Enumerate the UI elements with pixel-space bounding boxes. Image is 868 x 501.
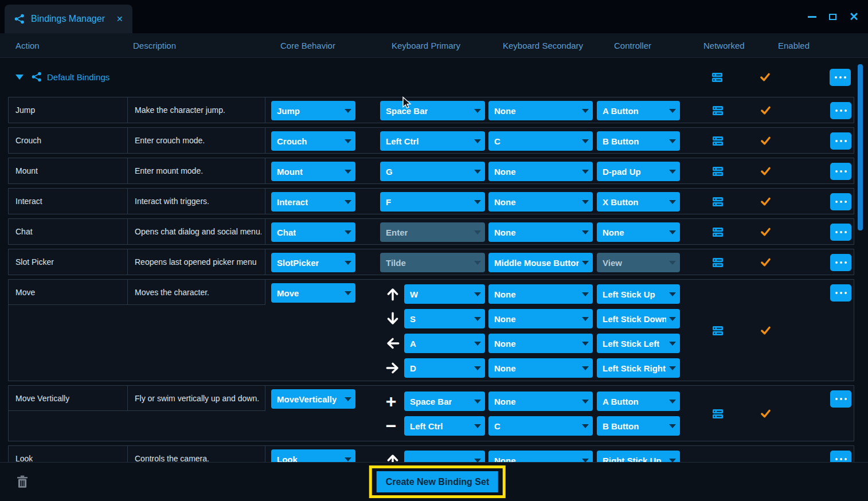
core-behavior-dropdown[interactable]: Move	[271, 283, 355, 303]
controller-dropdown[interactable]: A Button	[597, 101, 680, 120]
enabled-checkbox[interactable]	[760, 105, 771, 116]
keyboard-primary-dropdown[interactable]: Space Bar	[404, 392, 485, 411]
description-field[interactable]: Moves the character.	[128, 280, 265, 305]
keyboard-secondary-dropdown[interactable]: None	[488, 192, 593, 212]
keyboard-secondary-dropdown[interactable]: C	[488, 416, 593, 436]
keyboard-primary-dropdown[interactable]: Space Bar	[380, 101, 485, 120]
networked-icon[interactable]	[712, 226, 724, 238]
core-behavior-dropdown[interactable]: Crouch	[271, 131, 355, 151]
networked-icon[interactable]	[712, 166, 724, 177]
keyboard-primary-dropdown[interactable]: A	[404, 334, 485, 353]
action-field[interactable]: Mount	[9, 158, 128, 183]
controller-dropdown[interactable]: X Button	[597, 192, 680, 212]
core-behavior-dropdown[interactable]: Interact	[271, 192, 355, 212]
core-behavior-dropdown[interactable]: Jump	[271, 101, 355, 120]
tab-close-icon[interactable]: ✕	[116, 14, 123, 24]
close-icon[interactable]: ✕	[849, 11, 859, 22]
action-field[interactable]: Look	[9, 446, 128, 462]
keyboard-primary-dropdown[interactable]: Left Ctrl	[404, 416, 485, 436]
trash-icon[interactable]	[16, 475, 29, 489]
more-options-button[interactable]	[830, 132, 851, 150]
networked-icon[interactable]	[712, 105, 724, 116]
more-options-button[interactable]	[830, 284, 851, 302]
controller-dropdown[interactable]: None	[597, 222, 680, 242]
keyboard-secondary-dropdown[interactable]: None	[488, 392, 593, 411]
networked-icon[interactable]	[712, 257, 724, 268]
tab-bindings-manager[interactable]: Bindings Manager ✕	[5, 5, 132, 33]
more-options-button[interactable]	[830, 193, 851, 210]
keyboard-secondary-dropdown[interactable]: C	[488, 131, 593, 151]
controller-dropdown[interactable]: Right Stick Up	[597, 451, 680, 462]
action-field[interactable]: Jump	[9, 97, 128, 123]
keyboard-secondary-dropdown[interactable]: None	[488, 334, 593, 353]
description-field[interactable]: Enter crouch mode.	[128, 128, 265, 153]
action-field[interactable]: Move	[9, 280, 128, 305]
core-behavior-dropdown[interactable]: Look	[271, 449, 355, 462]
keyboard-primary-dropdown[interactable]: D	[404, 358, 485, 378]
maximize-icon[interactable]	[829, 14, 836, 20]
keyboard-primary-dropdown[interactable]: Left Ctrl	[380, 131, 485, 151]
controller-dropdown[interactable]: B Button	[597, 131, 680, 151]
controller-dropdown[interactable]: Left Stick Up	[597, 284, 680, 304]
collapse-arrow-icon[interactable]	[15, 75, 24, 80]
networked-icon[interactable]	[712, 135, 724, 147]
more-options-button[interactable]	[830, 224, 851, 241]
action-field[interactable]: Slot Picker	[9, 249, 128, 275]
keyboard-secondary-dropdown[interactable]: None	[488, 284, 593, 304]
description-field[interactable]: Interact with triggers.	[128, 189, 265, 214]
core-behavior-dropdown[interactable]: Mount	[271, 162, 355, 181]
description-field[interactable]: Opens chat dialog and social menu.	[128, 219, 265, 244]
keyboard-secondary-dropdown[interactable]: None	[488, 451, 593, 462]
keyboard-primary-dropdown[interactable]: G	[380, 162, 485, 181]
keyboard-secondary-dropdown[interactable]: Middle Mouse Button	[488, 253, 593, 272]
enabled-checkbox[interactable]	[760, 408, 771, 419]
more-options-button[interactable]	[830, 451, 851, 462]
enabled-checkbox[interactable]	[760, 196, 771, 207]
enabled-checkbox[interactable]	[760, 226, 771, 237]
action-field[interactable]: Crouch	[9, 128, 128, 153]
controller-dropdown[interactable]: B Button	[597, 416, 680, 436]
more-options-button[interactable]	[830, 163, 851, 180]
core-behavior-dropdown[interactable]: Chat	[271, 222, 355, 242]
keyboard-primary-dropdown[interactable]: W	[404, 284, 485, 304]
enabled-checkbox[interactable]	[760, 166, 771, 177]
create-new-binding-set-button[interactable]: Create New Binding Set	[377, 471, 498, 492]
more-options-button[interactable]	[830, 254, 851, 271]
keyboard-secondary-dropdown[interactable]: None	[488, 101, 593, 120]
controller-dropdown[interactable]: D-pad Up	[597, 162, 680, 181]
networked-icon[interactable]	[712, 325, 724, 336]
controller-dropdown[interactable]: Left Stick Down	[597, 309, 680, 328]
action-field[interactable]: Interact	[9, 189, 128, 214]
networked-icon[interactable]	[711, 72, 723, 83]
keyboard-primary-dropdown[interactable]: F	[380, 192, 485, 212]
controller-dropdown[interactable]: Left Stick Left	[597, 334, 680, 353]
networked-icon[interactable]	[712, 196, 724, 208]
enabled-checkbox[interactable]	[760, 257, 771, 268]
controller-dropdown[interactable]: Left Stick Right	[597, 358, 680, 378]
description-field[interactable]: Make the character jump.	[128, 97, 265, 123]
controller-dropdown[interactable]: A Button	[597, 392, 680, 411]
keyboard-primary-dropdown[interactable]	[404, 451, 485, 462]
enabled-checkbox[interactable]	[760, 325, 771, 336]
action-field[interactable]: Move Vertically	[9, 386, 128, 411]
keyboard-secondary-dropdown[interactable]: None	[488, 162, 593, 181]
networked-icon[interactable]	[712, 408, 724, 420]
action-field[interactable]: Chat	[9, 219, 128, 244]
minimize-icon[interactable]	[808, 16, 816, 18]
enabled-checkbox[interactable]	[760, 135, 771, 146]
keyboard-primary-dropdown[interactable]: S	[404, 309, 485, 328]
description-field[interactable]: Controls the camera.	[128, 446, 265, 462]
core-behavior-dropdown[interactable]: SlotPicker	[271, 253, 355, 272]
description-field[interactable]: Fly or swim vertically up and down.	[128, 386, 265, 411]
core-behavior-dropdown[interactable]: MoveVertically	[271, 389, 355, 409]
more-options-button[interactable]	[830, 390, 851, 408]
keyboard-secondary-dropdown[interactable]: None	[488, 358, 593, 378]
vertical-scrollbar[interactable]	[858, 64, 863, 230]
keyboard-secondary-dropdown[interactable]: None	[488, 309, 593, 328]
more-options-button[interactable]	[830, 102, 851, 119]
description-field[interactable]: Enter mount mode.	[128, 158, 265, 183]
description-field[interactable]: Reopens last opened picker menu	[128, 249, 265, 275]
more-options-button[interactable]	[830, 69, 851, 86]
enabled-checkbox[interactable]	[760, 72, 771, 83]
keyboard-secondary-dropdown[interactable]: None	[488, 222, 593, 242]
